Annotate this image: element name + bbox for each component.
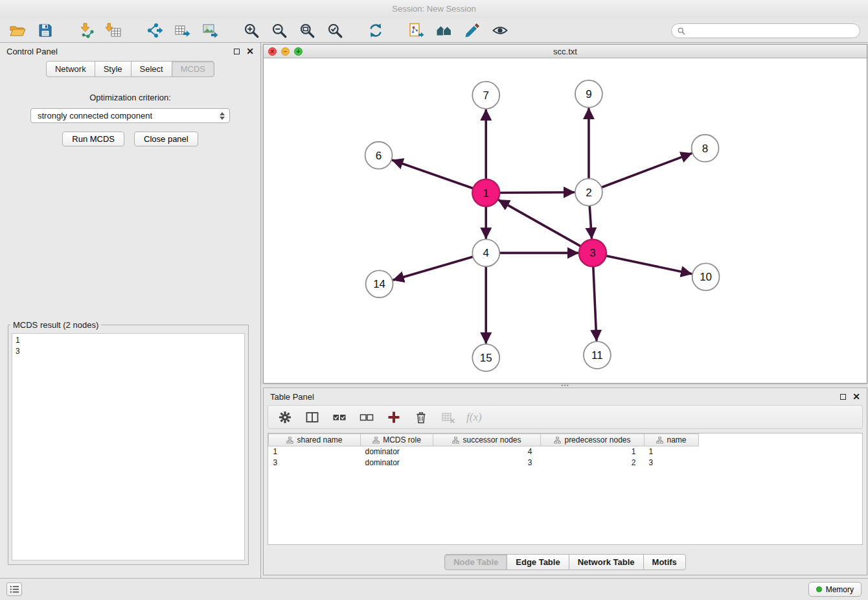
node-8[interactable]: 8: [692, 135, 719, 162]
zoom-selected-button[interactable]: [324, 21, 346, 40]
table-row[interactable]: 3dominator323: [269, 457, 699, 468]
close-panel-button[interactable]: Close panel: [134, 132, 198, 146]
window-titlebar[interactable]: Session: New Session: [0, 0, 868, 18]
column-header-shared-name[interactable]: shared name: [269, 434, 361, 446]
edge-3-10[interactable]: [606, 256, 691, 274]
table-cell[interactable]: 2: [541, 457, 645, 468]
node-2[interactable]: 2: [575, 179, 602, 206]
column-header-mcds-role[interactable]: MCDS role: [361, 434, 433, 446]
mcds-result-line: 3: [16, 346, 241, 357]
run-mcds-button[interactable]: Run MCDS: [62, 132, 124, 146]
table-cell[interactable]: 1: [541, 446, 645, 457]
import-network-button[interactable]: [75, 21, 97, 40]
edge-1-2[interactable]: [499, 192, 574, 193]
table-panel-title: Table Panel: [270, 392, 840, 402]
table-row[interactable]: 1dominator411: [269, 446, 699, 457]
table-settings-button[interactable]: [276, 408, 293, 426]
apply-style-button[interactable]: [461, 21, 483, 40]
node-14[interactable]: 14: [366, 270, 393, 297]
optimization-dropdown[interactable]: strongly connected component: [30, 108, 230, 123]
ui-settings-menu-button[interactable]: [6, 583, 22, 596]
export-network-button[interactable]: [144, 21, 166, 40]
float-table-panel-icon[interactable]: [840, 394, 846, 400]
show-hide-graphics-button[interactable]: [489, 21, 511, 40]
split-panel-button[interactable]: [303, 408, 321, 426]
home-pair-button[interactable]: [433, 21, 455, 40]
edge-3-11[interactable]: [593, 266, 597, 340]
table-cell[interactable]: dominator: [361, 457, 433, 468]
table-cell[interactable]: 1: [645, 446, 699, 457]
node-table-container[interactable]: shared nameMCDS rolesuccessor nodesprede…: [268, 433, 863, 545]
table-cell[interactable]: dominator: [361, 446, 433, 457]
tab-select[interactable]: Select: [131, 61, 172, 77]
add-entry-button[interactable]: [385, 408, 402, 426]
node-6[interactable]: 6: [365, 142, 393, 169]
save-session-button[interactable]: [34, 21, 56, 40]
import-table-button[interactable]: [103, 21, 125, 40]
delete-table-disabled-button[interactable]: [439, 408, 457, 426]
open-session-button[interactable]: [6, 21, 29, 40]
zoom-fit-button[interactable]: [296, 21, 318, 40]
column-header-predecessor-nodes[interactable]: predecessor nodes: [541, 434, 645, 446]
table-cell[interactable]: 4: [433, 446, 541, 457]
toolbar-separator: [62, 30, 69, 30]
control-panel-header: Control Panel ✕: [0, 43, 260, 60]
edge-3-1[interactable]: [499, 200, 580, 246]
delete-entry-button[interactable]: [412, 408, 429, 426]
network-window-titlebar[interactable]: × − + scc.txt: [264, 45, 867, 58]
table-toolbar: f(x): [268, 405, 863, 429]
tab-network[interactable]: Network: [46, 61, 95, 77]
function-builder-icon: f(x): [466, 411, 482, 424]
edge-4-14[interactable]: [394, 257, 473, 280]
zoom-in-button[interactable]: [240, 21, 262, 40]
node-7[interactable]: 7: [472, 82, 499, 109]
edge-2-8[interactable]: [601, 154, 691, 187]
table-cell[interactable]: 3: [645, 457, 699, 468]
search-icon: [678, 27, 685, 35]
node-15[interactable]: 15: [472, 344, 499, 371]
function-builder-disabled-button[interactable]: f(x): [466, 408, 482, 426]
tab-motifs[interactable]: Motifs: [643, 554, 686, 570]
search-input[interactable]: [689, 27, 854, 36]
dropdown-stepper-icon: [220, 112, 225, 120]
table-cell[interactable]: 3: [433, 457, 541, 468]
edge-2-3[interactable]: [589, 206, 591, 238]
float-panel-icon[interactable]: [234, 49, 240, 54]
node-1[interactable]: 1: [472, 179, 499, 207]
memory-button[interactable]: Memory: [808, 582, 862, 597]
tab-edge-table[interactable]: Edge Table: [507, 554, 569, 570]
first-neighbors-button[interactable]: [405, 21, 428, 40]
node-3[interactable]: 3: [579, 239, 606, 266]
node-11[interactable]: 11: [584, 341, 611, 369]
minimize-window-button[interactable]: −: [281, 47, 290, 56]
deselect-all-button[interactable]: [358, 408, 375, 426]
export-image-button[interactable]: [200, 21, 222, 40]
close-window-button[interactable]: ×: [268, 47, 277, 56]
export-table-button[interactable]: [172, 21, 194, 40]
attribute-type-icon: [554, 437, 561, 444]
control-panel-tabs: NetworkStyleSelectMCDS: [0, 61, 260, 77]
tab-style[interactable]: Style: [95, 61, 131, 77]
table-cell[interactable]: 3: [269, 457, 361, 468]
network-canvas[interactable]: 7968124314101511: [264, 59, 867, 383]
maximize-window-button[interactable]: +: [294, 47, 303, 56]
node-4[interactable]: 4: [472, 239, 499, 266]
tab-node-table[interactable]: Node Table: [444, 554, 507, 570]
select-all-button[interactable]: [330, 408, 348, 426]
tab-mcds[interactable]: MCDS: [172, 61, 214, 77]
node-10[interactable]: 10: [692, 263, 720, 290]
mcds-result-list[interactable]: 13: [12, 333, 245, 560]
tab-network-table[interactable]: Network Table: [569, 554, 644, 570]
column-header-successor-nodes[interactable]: successor nodes: [433, 434, 541, 446]
close-panel-icon[interactable]: ✕: [246, 47, 254, 56]
node-9[interactable]: 9: [575, 80, 602, 108]
refresh-layout-button[interactable]: [365, 21, 387, 40]
zoom-out-button[interactable]: [268, 21, 290, 40]
edge-1-6[interactable]: [393, 160, 473, 188]
toolbar-separator: [131, 30, 138, 30]
node-label: 15: [480, 352, 492, 364]
close-table-panel-icon[interactable]: ✕: [852, 392, 860, 401]
search-box[interactable]: [671, 23, 860, 38]
table-cell[interactable]: 1: [269, 446, 361, 457]
column-header-name[interactable]: name: [645, 434, 699, 446]
